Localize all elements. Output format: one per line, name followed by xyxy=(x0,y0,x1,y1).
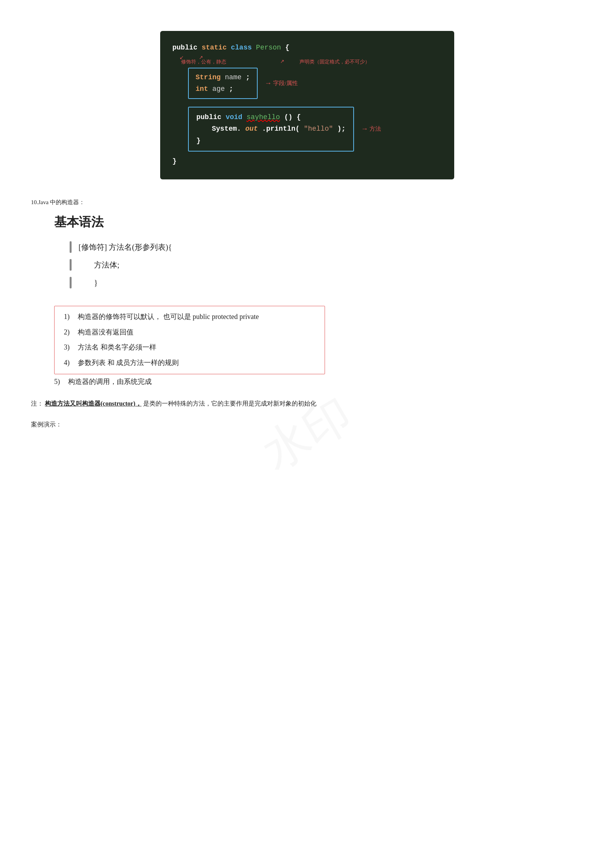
ann-type-label: 声明类（固定格式，必不可少） xyxy=(299,58,370,65)
field-ann-label: 字段/属性 xyxy=(273,80,298,87)
note-section: 注： 构造方法又叫构造器(constructor)， 是类的一种特殊的方法，它的… xyxy=(31,398,583,409)
syntax-block: [修饰符] 方法名(形参列表){ 方法体; } xyxy=(70,239,583,291)
syntax-bar2 xyxy=(70,259,72,271)
ann-modifier-label: 修饰符，公有，静态 xyxy=(181,58,226,65)
method-line1: public void sayhello () { xyxy=(197,111,346,123)
rule-5-num: 5) xyxy=(54,374,68,390)
method-box-wrap: public void sayhello () { System. out .p… xyxy=(188,107,442,152)
field-arrow: → xyxy=(265,79,272,87)
kw-brace1: { xyxy=(285,44,289,51)
ann-type-arrow: ↗ xyxy=(280,58,284,65)
kw-class: class xyxy=(231,44,252,51)
rule-2: 2) 构造器没有返回值 xyxy=(64,325,315,340)
rule-1-text: 构造器的修饰符可以默认， 也可以是 public protected priva… xyxy=(78,309,259,325)
kw-classname: Person xyxy=(256,44,281,51)
syntax-bar1 xyxy=(70,241,72,253)
kw-static: static xyxy=(202,44,227,51)
rule-5: 5) 构造器的调用，由系统完成 xyxy=(54,374,583,390)
syntax-bar3 xyxy=(70,277,72,288)
rule-5-text: 构造器的调用，由系统完成 xyxy=(68,374,152,390)
syntax-line-wrap2: 方法体; xyxy=(70,256,583,273)
syntax-line2: 方法体; xyxy=(79,256,120,273)
case-label: 案例演示： xyxy=(31,421,583,429)
rule-4: 4) 参数列表 和 成员方法一样的规则 xyxy=(64,355,315,371)
note-rest: 是类的一种特殊的方法，它的主要作用是完成对新对象的初始化 xyxy=(143,400,316,407)
field-int: int age ; xyxy=(196,83,250,95)
method-ann-label: 方法 xyxy=(369,125,381,133)
rule-3: 3) 方法名 和类名字必须一样 xyxy=(64,340,315,355)
method-line2: System. out .println( "hello" ); xyxy=(197,123,346,135)
kw-public: public xyxy=(173,44,198,51)
rule-4-text: 参数列表 和 成员方法一样的规则 xyxy=(78,355,179,371)
note-bold: 构造方法又叫构造器(constructor)， xyxy=(45,400,142,407)
syntax-line-wrap3: } xyxy=(70,274,583,291)
syntax-line-wrap1: [修饰符] 方法名(形参列表){ xyxy=(70,239,583,256)
code-annotation-row1: ↙ ↗ 修饰符，公有，静态 声明类（固定格式，必不可少） ↗ xyxy=(176,55,442,65)
method-arrow: → xyxy=(361,125,368,133)
method-line3: } xyxy=(197,135,346,147)
rule-3-text: 方法名 和类名字必须一样 xyxy=(78,340,156,355)
field-string: String name ; xyxy=(196,72,250,84)
rules-boxed: 1) 构造器的修饰符可以默认， 也可以是 public protected pr… xyxy=(54,306,325,374)
rule-1: 1) 构造器的修饰符可以默认， 也可以是 public protected pr… xyxy=(64,309,315,325)
code-line-1: public static class Person { xyxy=(173,42,442,54)
section10-label: 10.Java 中的构造器： xyxy=(31,199,583,206)
code-closing: } xyxy=(173,155,442,167)
rule-4-num: 4) xyxy=(64,355,78,371)
syntax-line1: [修饰符] 方法名(形参列表){ xyxy=(79,239,172,256)
code-section: public static class Person { ↙ ↗ 修饰符，公有，… xyxy=(133,31,481,179)
field-box: String name ; int age ; → 字段/属性 xyxy=(188,68,442,99)
rule-2-num: 2) xyxy=(64,325,78,340)
syntax-line3: } xyxy=(79,274,98,291)
rule-3-num: 3) xyxy=(64,340,78,355)
note-prefix: 注： xyxy=(31,400,43,407)
section10-title: 基本语法 xyxy=(54,214,583,231)
code-block: public static class Person { ↙ ↗ 修饰符，公有，… xyxy=(160,31,454,179)
rule-2-text: 构造器没有返回值 xyxy=(78,325,133,340)
rule-1-num: 1) xyxy=(64,309,78,325)
